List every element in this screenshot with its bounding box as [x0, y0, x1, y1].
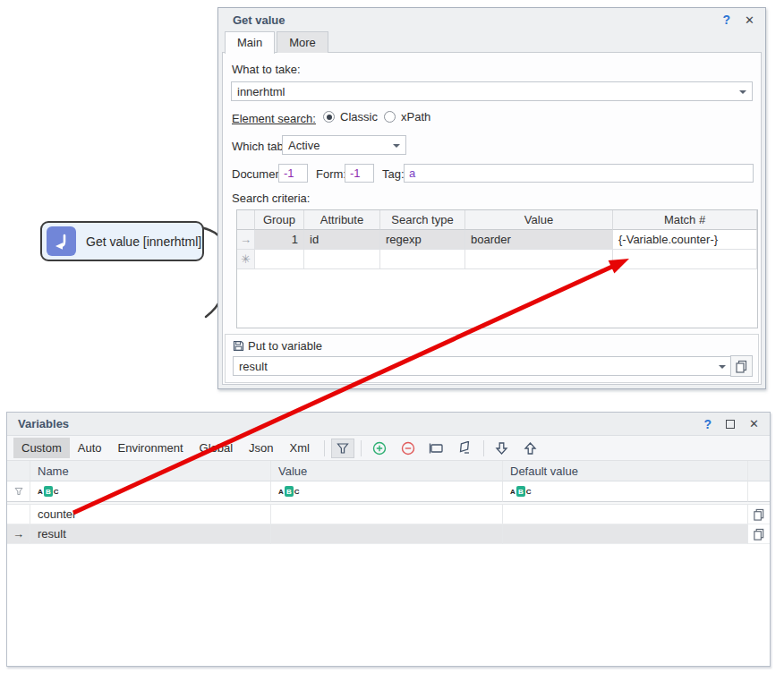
abc-filter-icon: ABC — [510, 486, 532, 497]
eraser-icon — [457, 441, 473, 455]
copy-variable-button[interactable] — [730, 355, 753, 377]
element-search-label[interactable]: Element search: — [232, 112, 316, 125]
tab-auto[interactable]: Auto — [70, 438, 110, 458]
criteria-cell-group[interactable] — [255, 250, 304, 269]
search-criteria-label: Search criteria: — [232, 192, 310, 205]
copy-row-button[interactable] — [748, 505, 770, 524]
criteria-col-match[interactable]: Match # — [613, 210, 757, 230]
table-row[interactable]: → result — [7, 524, 770, 544]
variables-panel: Variables ? ✕ Custom Auto Environment Gl… — [6, 412, 771, 667]
variable-default-cell[interactable] — [503, 524, 748, 544]
criteria-col-attribute[interactable]: Attribute — [304, 210, 380, 230]
variable-value-cell[interactable] — [271, 524, 503, 544]
dialog-titlebar[interactable]: Get value ? ✕ — [222, 8, 762, 31]
tab-xml[interactable]: Xml — [282, 438, 318, 458]
tab-json[interactable]: Json — [241, 438, 281, 458]
column-name[interactable]: Name — [30, 461, 271, 481]
put-to-variable-label: Put to variable — [248, 339, 322, 353]
filter-actions-cell — [748, 481, 770, 502]
variables-toolbar: Custom Auto Environment Global Json Xml — [7, 436, 770, 461]
minus-circle-icon — [401, 441, 415, 456]
criteria-cell-search-type[interactable] — [380, 250, 465, 269]
tab-global[interactable]: Global — [192, 438, 242, 458]
tag-label: Tag: — [382, 167, 405, 181]
tab-environment[interactable]: Environment — [110, 438, 192, 458]
help-icon[interactable]: ? — [723, 13, 731, 27]
help-icon[interactable]: ? — [704, 417, 712, 431]
form-label: Form: — [316, 167, 346, 181]
row-selector — [7, 505, 30, 524]
which-tab-value: Active — [288, 139, 320, 152]
maximize-icon[interactable] — [726, 420, 735, 429]
dialog-content: What to take: innerhtml Element search: … — [222, 52, 762, 385]
selector-column-header — [7, 461, 30, 481]
criteria-col-value[interactable]: Value — [465, 210, 613, 230]
variables-header-row: Name Value Default value — [7, 461, 770, 481]
plus-circle-icon — [372, 441, 387, 456]
criteria-cell-attribute[interactable]: id — [304, 230, 380, 250]
criteria-cell-value[interactable] — [465, 250, 613, 269]
dialog-title: Get value — [229, 13, 285, 27]
which-tab-dropdown[interactable]: Active — [282, 135, 406, 155]
copy-row-button[interactable] — [748, 524, 770, 544]
variables-filter-row: ABC ABC ABC — [7, 481, 770, 502]
value-filter-input[interactable]: ABC — [271, 481, 503, 502]
criteria-cell-match[interactable]: {-Variable.counter-} — [613, 230, 757, 250]
form-input[interactable] — [345, 164, 374, 183]
criteria-cell-search-type[interactable]: regexp — [380, 230, 465, 250]
variable-name-cell[interactable]: counter — [30, 505, 271, 524]
radio-classic-icon[interactable] — [323, 111, 335, 123]
flow-node-label: Get value [innerhtml] — [86, 234, 201, 249]
get-value-dialog: Get value ? ✕ Main More What to take: in… — [217, 7, 766, 389]
move-down-button[interactable] — [490, 439, 514, 458]
copy-icon — [753, 508, 765, 521]
radio-xpath[interactable]: xPath — [384, 110, 430, 124]
criteria-cell-group[interactable]: 1 — [255, 230, 304, 250]
chevron-down-icon — [739, 90, 746, 94]
copy-icon — [753, 528, 765, 541]
column-default-value[interactable]: Default value — [503, 461, 748, 481]
row-selector-arrow-icon: → — [7, 524, 30, 544]
tab-main[interactable]: Main — [225, 31, 275, 54]
criteria-cell-match[interactable] — [613, 250, 757, 269]
criteria-cell-attribute[interactable] — [304, 250, 380, 269]
close-icon[interactable]: ✕ — [745, 13, 754, 27]
variable-name-cell[interactable]: result — [30, 524, 271, 544]
name-filter-input[interactable]: ABC — [30, 481, 271, 502]
radio-xpath-icon[interactable] — [384, 111, 396, 123]
column-value[interactable]: Value — [271, 461, 503, 481]
put-to-variable-dropdown[interactable]: result — [233, 356, 732, 376]
save-icon — [233, 340, 244, 352]
radio-classic[interactable]: Classic — [323, 110, 378, 124]
tab-custom[interactable]: Custom — [13, 438, 70, 458]
move-up-button[interactable] — [519, 439, 542, 458]
criteria-col-search-type[interactable]: Search type — [380, 210, 465, 230]
rename-variable-button[interactable] — [425, 439, 448, 458]
delete-variable-button[interactable] — [396, 439, 420, 458]
filter-row-icon — [7, 481, 30, 502]
document-input[interactable] — [278, 164, 308, 183]
table-row[interactable]: counter — [7, 505, 770, 524]
search-criteria-table[interactable]: Group Attribute Search type Value Match … — [236, 209, 758, 328]
tab-more[interactable]: More — [277, 31, 328, 53]
flow-node-get-value[interactable]: Get value [innerhtml] — [40, 221, 204, 261]
tag-input[interactable] — [404, 164, 754, 183]
variable-value-cell[interactable] — [271, 505, 503, 524]
rectangle-icon — [429, 442, 444, 455]
variables-title: Variables — [18, 417, 69, 430]
add-variable-button[interactable] — [368, 439, 391, 458]
filter-button[interactable] — [331, 439, 354, 458]
close-icon[interactable]: ✕ — [749, 417, 759, 430]
chevron-down-icon — [393, 144, 400, 148]
put-to-variable-value: result — [239, 360, 268, 373]
dialog-tab-strip: Main More — [222, 31, 762, 53]
default-filter-input[interactable]: ABC — [503, 481, 748, 502]
what-to-take-dropdown[interactable]: innerhtml — [231, 81, 753, 101]
criteria-cell-value[interactable]: boarder — [465, 230, 613, 250]
variable-default-cell[interactable] — [503, 505, 748, 524]
toolbar-separator — [483, 440, 484, 456]
clear-values-button[interactable] — [454, 439, 477, 458]
what-to-take-value: innerhtml — [237, 85, 285, 98]
criteria-col-group[interactable]: Group — [255, 210, 304, 230]
variables-titlebar[interactable]: Variables ? ✕ — [7, 413, 770, 436]
